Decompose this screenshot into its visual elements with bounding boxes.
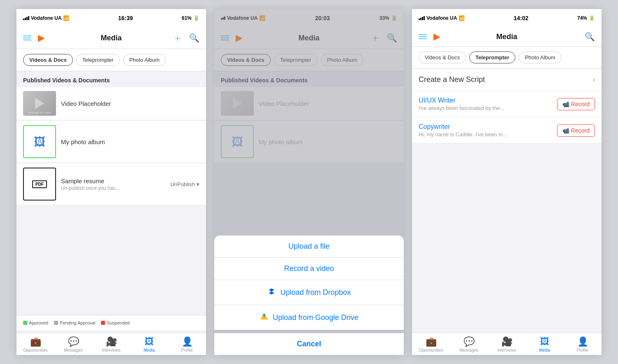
bottom-tab-media-3[interactable]: 🖼 Media (526, 333, 564, 355)
svg-marker-5 (260, 316, 268, 320)
list-item[interactable]: 🖼 My photo album (16, 121, 206, 163)
upload-gdrive-label: Upload from Google Drive (273, 313, 358, 322)
section-title-1: Published Videos & Documents (16, 71, 206, 87)
search-icon-1[interactable]: 🔍 (189, 33, 199, 43)
status-right-3: 74% 🔋 (577, 15, 595, 21)
status-bar-3: Vodafone UA 📶 14:02 74% 🔋 (412, 9, 602, 27)
content-1: Published Videos & Documents reserved fo… (16, 71, 206, 205)
battery-icon-3: 🔋 (589, 15, 595, 21)
bottom-tab-interviews-1[interactable]: 🎥 Interviews (92, 333, 130, 355)
tab-segment-1: Videos & Docs Teleprompter Photo Album (16, 49, 206, 71)
photo-info-1: My photo album (61, 138, 199, 145)
pdf-name-1: Sample resume (61, 177, 166, 184)
upload-file-option[interactable]: Upload a file (214, 236, 404, 258)
nav-right-icons-3: 🔍 (585, 32, 595, 42)
carrier-3: Vodafone UA (426, 15, 457, 21)
interviews-icon-3: 🎥 (501, 336, 513, 347)
profile-label-1: Profile (181, 348, 193, 352)
messages-label-3: Messages (459, 348, 478, 352)
pdf-thumbnail-1: PDF (23, 168, 56, 201)
photo-album-icon-1: 🖼 (34, 135, 45, 149)
chevron-down-icon-1: ▾ (197, 181, 199, 187)
tab-teleprompter-1[interactable]: Teleprompter (76, 54, 120, 66)
bottom-tab-interviews-3[interactable]: 🎥 Interviews (488, 333, 526, 355)
tab-videos-docs-3[interactable]: Videos & Docs (419, 51, 466, 63)
screen-3: Vodafone UA 📶 14:02 74% 🔋 ▶ Media 🔍 (412, 9, 602, 355)
legend-approved-1: Approved (23, 320, 48, 325)
create-script-label: Create a New Script (419, 75, 485, 84)
tab-teleprompter-3[interactable]: Teleprompter (469, 51, 515, 63)
upload-gdrive-option[interactable]: Upload from Google Drive (214, 305, 404, 330)
video-info-1: Video Placeholder (61, 100, 199, 107)
tab-videos-docs-1[interactable]: Videos & Docs (23, 54, 73, 66)
hamburger-menu-1[interactable] (23, 35, 31, 40)
search-icon-3[interactable]: 🔍 (585, 32, 595, 42)
cancel-button-2[interactable]: Cancel (214, 333, 404, 355)
bottom-tab-profile-1[interactable]: 👤 Profile (168, 333, 206, 355)
profile-icon-3: 👤 (577, 336, 588, 347)
status-left-1: Vodafone UA 📶 (23, 15, 69, 21)
photo-name-1: My photo album (61, 138, 199, 145)
bottom-tab-messages-1[interactable]: 💬 Messages (54, 333, 92, 355)
time-1: 16:39 (118, 15, 133, 21)
pdf-icon-1: PDF (32, 180, 47, 188)
signal-bar-3-1 (419, 19, 420, 20)
record-button-0[interactable]: 📹 Record (557, 98, 595, 110)
bottom-tab-profile-3[interactable]: 👤 Profile (564, 333, 602, 355)
play-logo-icon-3: ▶ (433, 31, 440, 42)
add-icon-1[interactable]: ＋ (173, 31, 183, 44)
status-right-1: 61% 🔋 (182, 15, 199, 21)
record-button-1[interactable]: 📹 Record (557, 124, 595, 137)
create-new-script-row[interactable]: Create a New Script › (412, 69, 602, 91)
script-preview-0: I've always been fascinated by the... (419, 105, 553, 111)
record-video-option[interactable]: Record a video (214, 258, 404, 280)
script-info-1: Copywriter Hi, my name is Caddie. I've b… (419, 123, 553, 138)
battery-pct-1: 61% (182, 15, 192, 21)
battery-icon-1: 🔋 (193, 15, 199, 21)
pdf-sub-1: Un-publish once you hav... (61, 185, 166, 191)
bottom-tab-messages-3[interactable]: 💬 Messages (450, 333, 488, 355)
list-item: UI/UX Writer I've always been fascinated… (412, 91, 602, 117)
opportunities-label-3: Opportunities (419, 348, 443, 352)
signal-bars-3 (419, 16, 425, 20)
script-info-0: UI/UX Writer I've always been fascinated… (419, 97, 553, 111)
messages-label-1: Messages (64, 348, 83, 352)
list-item[interactable]: PDF Sample resume Un-publish once you ha… (16, 163, 206, 205)
interviews-label-1: Interviews (102, 348, 120, 352)
wifi-icon-3: 📶 (459, 15, 465, 21)
signal-bar-3-4 (424, 16, 425, 20)
bottom-tab-opportunities-3[interactable]: 💼 Opportunities (412, 333, 450, 355)
pending-dot-1 (54, 321, 58, 325)
legend-suspended-1: Suspended (101, 320, 130, 325)
unpublish-button-1[interactable]: UnPublish ▾ (171, 181, 199, 187)
nav-bar-3: ▶ Media 🔍 (412, 27, 602, 47)
play-logo-icon-1: ▶ (38, 33, 45, 43)
bottom-tab-bar-1: 💼 Opportunities 💬 Messages 🎥 Interviews … (16, 333, 206, 355)
nav-title-3: Media (496, 33, 517, 41)
unpublish-label-1: UnPublish (171, 181, 195, 187)
video-thumbnail-1: reserved for video (23, 91, 56, 116)
record-cam-icon-0: 📹 (562, 101, 569, 107)
profile-icon-1: 👤 (182, 336, 193, 347)
messages-icon-1: 💬 (68, 336, 79, 347)
upload-dropbox-option[interactable]: Upload from Dropbox (214, 280, 404, 305)
record-label-0: Record (571, 101, 590, 107)
bottom-tab-media-1[interactable]: 🖼 Media (130, 333, 168, 355)
photo-thumbnail-1: 🖼 (23, 125, 56, 158)
opportunities-label-1: Opportunities (23, 348, 47, 352)
profile-label-3: Profile (577, 348, 588, 352)
pending-label-1: Pending Approval (60, 320, 95, 325)
bottom-tab-bar-3: 💼 Opportunities 💬 Messages 🎥 Interviews … (412, 333, 602, 355)
legend-1: Approved Pending Approval Suspended (16, 315, 206, 330)
legend-pending-1: Pending Approval (54, 320, 95, 325)
signal-bars-1 (23, 16, 29, 20)
tab-photo-album-3[interactable]: Photo Album (519, 51, 562, 63)
tab-photo-album-1[interactable]: Photo Album (123, 54, 166, 66)
hamburger-menu-3[interactable] (419, 34, 427, 39)
status-left-3: Vodafone UA 📶 (419, 15, 465, 21)
signal-bar-3-2 (420, 18, 421, 20)
bottom-tab-opportunities-1[interactable]: 💼 Opportunities (16, 333, 54, 355)
signal-bar-1 (23, 19, 24, 20)
record-label-1: Record (571, 127, 590, 134)
suspended-label-1: Suspended (107, 320, 130, 325)
